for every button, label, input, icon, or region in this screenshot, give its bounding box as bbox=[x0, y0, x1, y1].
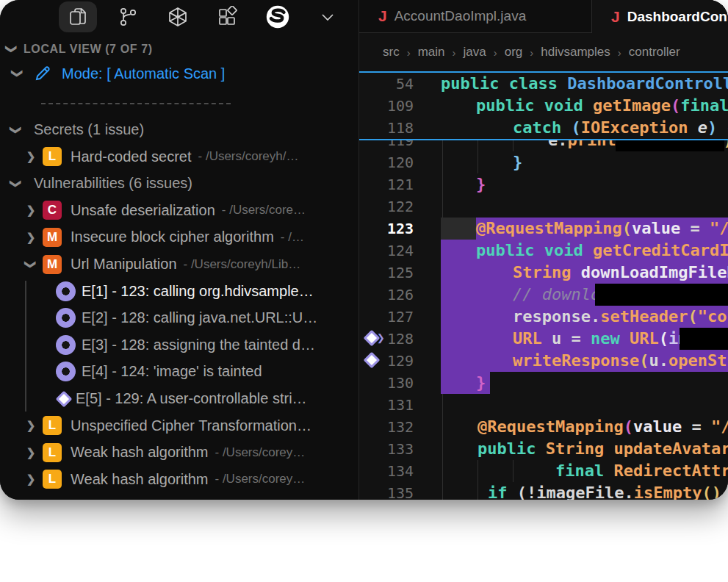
code-line-content: 109public void getImage(final Ht bbox=[359, 95, 728, 117]
sticky-code-line: 118catch (IOException e) { bbox=[359, 117, 728, 139]
trace-step-row[interactable]: E[4] - 124: 'image' is tainted bbox=[0, 358, 358, 385]
issue-label: E[4] - 124: 'image' is tainted bbox=[82, 363, 262, 380]
code-token: String bbox=[513, 263, 571, 281]
package-cube-icon[interactable] bbox=[159, 1, 197, 32]
issue-row[interactable]: ❯MInsecure block cipher algorithm- /… bbox=[0, 223, 358, 251]
breadcrumb-separator-icon: › bbox=[530, 46, 533, 59]
indent-guide bbox=[477, 460, 478, 482]
chevron-right-icon[interactable]: ❯ bbox=[25, 473, 37, 486]
files-icon[interactable] bbox=[59, 1, 97, 32]
chevron-right-icon[interactable]: ❯ bbox=[25, 150, 37, 163]
code-token: isEmpty bbox=[634, 484, 702, 500]
code-token: public class bbox=[441, 74, 567, 93]
trace-step-row[interactable]: E[1] - 123: calling org.hdivsample… bbox=[0, 278, 358, 305]
scanner-logo-icon[interactable] bbox=[259, 1, 297, 32]
issue-row[interactable]: ❯LHard-coded secret- /Users/coreyh/… bbox=[0, 143, 358, 170]
chevron-right-icon[interactable]: ❯ bbox=[25, 446, 37, 459]
breadcrumb-item[interactable]: java bbox=[464, 45, 486, 60]
extensions-icon[interactable] bbox=[209, 1, 247, 32]
chevron-down-icon[interactable]: ❯ bbox=[10, 178, 23, 190]
breadcrumb-item[interactable]: hdivsamples bbox=[541, 45, 610, 60]
trace-step-row[interactable]: E[3] - 128: assigning the tainted d… bbox=[0, 331, 358, 359]
issue-label: E[5] - 129: A user-controllable stri… bbox=[76, 390, 307, 407]
issue-row[interactable]: ❯CUnsafe deserialization- /Users/core… bbox=[0, 197, 358, 224]
code-editor: JAccountDaoImpl.javaJDashboardController… bbox=[359, 0, 728, 500]
issue-row[interactable]: ❯LWeak hash algorithm- /Users/corey… bbox=[0, 439, 358, 466]
code-token: "conte bbox=[698, 307, 728, 326]
chevron-down-icon[interactable]: ❯ bbox=[24, 259, 37, 270]
chevron-down-icon[interactable] bbox=[309, 1, 347, 32]
issue-row[interactable]: ❯LUnspecified Cipher Transformation… bbox=[0, 412, 358, 439]
breadcrumb-item[interactable]: org bbox=[505, 45, 523, 60]
editor-tab[interactable]: JAccountDaoImpl.java bbox=[359, 0, 592, 33]
scan-mode-label: Mode: [ Automatic Scan ] bbox=[62, 65, 225, 82]
code-token: value bbox=[632, 219, 680, 237]
code-text: catch (IOException e) { bbox=[513, 117, 728, 139]
pencil-icon bbox=[34, 65, 51, 82]
redaction-box bbox=[595, 284, 728, 306]
code-text: if (!imageFile.isEmpty() bbox=[488, 482, 721, 500]
breadcrumb-item[interactable]: main bbox=[418, 45, 445, 60]
chevron-down-icon: ❯ bbox=[11, 68, 24, 79]
severity-badge: M bbox=[43, 228, 62, 247]
code-line: 121} bbox=[359, 173, 728, 195]
issue-path: - /Users/coreyh/Lib… bbox=[184, 257, 301, 272]
breadcrumb-item[interactable]: src bbox=[383, 45, 400, 60]
breadcrumb-item[interactable]: controller bbox=[629, 45, 680, 60]
code-line: 120} bbox=[359, 151, 728, 173]
sidebar-toolbar bbox=[0, 0, 358, 34]
chevron-down-icon[interactable]: ❯ bbox=[10, 124, 23, 136]
scan-mode-row[interactable]: ❯ Mode: [ Automatic Scan ] bbox=[12, 65, 225, 82]
code-token: () bbox=[702, 484, 721, 500]
tab-label: DashboardController.java bbox=[627, 9, 728, 25]
code-token: ( bbox=[571, 118, 580, 137]
taint-marker-icon[interactable] bbox=[361, 240, 383, 261]
severity-badge: M bbox=[43, 255, 62, 274]
code-line-content: 118catch (IOException e) { bbox=[359, 117, 728, 139]
code-line: 122 bbox=[359, 195, 728, 218]
chevron-right-icon[interactable]: ❯ bbox=[25, 231, 37, 244]
code-line-content: 124public void getCreditCardImag bbox=[359, 240, 728, 262]
issue-row[interactable]: ❯MUrl Manipulation- /Users/coreyh/Lib… bbox=[0, 251, 358, 278]
section-row[interactable]: ❯Secrets (1 issue) bbox=[0, 116, 358, 143]
code-token: } bbox=[513, 153, 522, 171]
issue-row[interactable]: ❯LWeak hash algorithm- /Users/corey… bbox=[0, 466, 358, 493]
local-view-header[interactable]: ❯ LOCAL VIEW (7 OF 7) bbox=[6, 43, 153, 56]
line-number: 130 bbox=[359, 372, 414, 394]
java-file-icon: J bbox=[378, 7, 387, 25]
code-token: ( bbox=[671, 96, 680, 115]
code-text: @RequestMapping(value = "/use bbox=[476, 218, 728, 240]
code-token: DashboardController bbox=[567, 74, 728, 93]
code-token: = bbox=[682, 417, 711, 436]
section-row[interactable]: ❯Vulnerabilities (6 issues) bbox=[0, 170, 358, 197]
taint-marker-icon[interactable]: ❯ bbox=[361, 328, 383, 349]
issue-label: Vulnerabilities (6 issues) bbox=[34, 175, 192, 192]
git-branch-icon[interactable] bbox=[109, 1, 147, 32]
code-token: response bbox=[513, 307, 591, 326]
line-number: 121 bbox=[359, 173, 414, 195]
code-token: u. bbox=[649, 351, 668, 370]
code-line-content: 135if (!imageFile.isEmpty() bbox=[359, 482, 728, 500]
code-token: public void bbox=[476, 96, 593, 115]
code-token: new bbox=[591, 329, 620, 348]
indent-guide bbox=[477, 140, 478, 151]
code-token: "/use bbox=[711, 417, 728, 436]
severity-badge: C bbox=[43, 201, 62, 220]
indent-guide bbox=[442, 460, 443, 482]
trace-diamond-icon bbox=[56, 390, 73, 407]
issue-label: Unspecified Cipher Transformation… bbox=[71, 417, 311, 434]
line-number: 131 bbox=[359, 394, 414, 416]
chevron-right-icon[interactable]: ❯ bbox=[25, 204, 37, 217]
trace-step-row[interactable]: E[5] - 129: A user-controllable stri… bbox=[0, 385, 358, 412]
taint-marker-icon[interactable] bbox=[361, 218, 383, 239]
code-line-content: 122 bbox=[359, 195, 728, 218]
editor-tab[interactable]: JDashboardController.java bbox=[592, 0, 728, 33]
issue-label: Weak hash algorithm bbox=[71, 444, 209, 461]
indent-guide bbox=[442, 438, 443, 460]
trace-step-row[interactable]: E[2] - 128: calling java.net.URL::U… bbox=[0, 304, 358, 331]
chevron-right-icon[interactable]: ❯ bbox=[25, 419, 37, 432]
taint-marker-icon[interactable] bbox=[361, 351, 383, 371]
code-token: IOException bbox=[581, 118, 688, 137]
line-number: 135 bbox=[359, 482, 414, 500]
issue-label: Url Manipulation bbox=[71, 256, 177, 273]
